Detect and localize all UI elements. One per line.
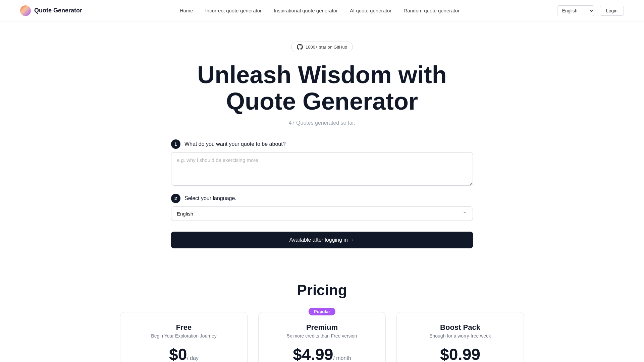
step-2-number: 2	[171, 194, 180, 203]
boost-amount: $0.99	[440, 346, 480, 362]
hero-title: Unleash Wisdom with Quote Generator	[197, 62, 446, 115]
free-card-price: $0/ day	[132, 345, 235, 362]
language-selector[interactable]: English Spanish French German	[557, 5, 594, 16]
nav-links: Home Incorrect quote generator Inspirati…	[180, 8, 460, 14]
nav-home[interactable]: Home	[180, 8, 193, 13]
pricing-card-premium: Popular Premium 5x more credits than Fre…	[258, 312, 386, 362]
free-card-subtitle: Begin Your Exploration Journey	[132, 333, 235, 339]
free-amount: $0	[169, 346, 187, 362]
navbar: Quote Generator Home Incorrect quote gen…	[0, 0, 644, 21]
step-2: 2 Select your language. English ⌃	[171, 194, 473, 221]
chevron-up-icon: ⌃	[462, 211, 467, 217]
boost-card-subtitle: Enough for a worry-free week	[409, 333, 512, 339]
github-icon	[297, 44, 303, 50]
app-name: Quote Generator	[34, 7, 82, 14]
nav-ai[interactable]: AI quote generator	[350, 8, 391, 13]
step-2-text: Select your language.	[184, 195, 236, 201]
premium-period: / month	[333, 355, 351, 361]
step-1-label: 1 What do you want your quote to be abou…	[171, 139, 473, 149]
nav-right: English Spanish French German Login	[557, 5, 624, 16]
boost-card-price: $0.99	[409, 345, 512, 362]
pricing-cards: Free Begin Your Exploration Journey $0/ …	[40, 312, 604, 362]
nav-inspirational[interactable]: Inspirational quote generator	[274, 8, 338, 13]
pricing-card-boost: Boost Pack Enough for a worry-free week …	[396, 312, 524, 362]
github-badge[interactable]: 1000+ star on GitHub	[291, 42, 353, 52]
premium-card-subtitle: 5x more credits than Free version	[271, 333, 373, 339]
hero-subtitle: 47 Quotes generated so far.	[289, 120, 355, 126]
language-dropdown-value: English	[177, 211, 193, 217]
step-1-number: 1	[171, 139, 180, 149]
login-button[interactable]: Login	[600, 6, 624, 16]
github-badge-text: 1000+ star on GitHub	[306, 45, 347, 50]
pricing-card-free: Free Begin Your Exploration Journey $0/ …	[120, 312, 248, 362]
logo-icon	[20, 5, 31, 16]
step-1-text: What do you want your quote to be about?	[184, 141, 286, 147]
boost-card-title: Boost Pack	[409, 323, 512, 332]
premium-amount: $4.99	[293, 346, 333, 362]
free-period: / day	[187, 355, 199, 361]
free-card-title: Free	[132, 323, 235, 332]
nav-random[interactable]: Random quote generator	[404, 8, 460, 13]
logo[interactable]: Quote Generator	[20, 5, 82, 16]
pricing-section: Pricing Free Begin Your Exploration Jour…	[0, 262, 644, 362]
popular-badge: Popular	[309, 308, 335, 315]
hero-section: 1000+ star on GitHub Unleash Wisdom with…	[0, 21, 644, 262]
nav-incorrect[interactable]: Incorrect quote generator	[205, 8, 262, 13]
step-2-label: 2 Select your language.	[171, 194, 473, 203]
premium-card-price: $4.99/ month	[271, 345, 373, 362]
pricing-title: Pricing	[40, 282, 604, 299]
step-1: 1 What do you want your quote to be abou…	[171, 139, 473, 186]
language-dropdown[interactable]: English ⌃	[171, 206, 473, 221]
quote-textarea[interactable]	[171, 152, 473, 186]
generate-button[interactable]: Available after logging in →	[171, 232, 473, 248]
premium-card-title: Premium	[271, 323, 373, 332]
quote-form: 1 What do you want your quote to be abou…	[171, 139, 473, 248]
